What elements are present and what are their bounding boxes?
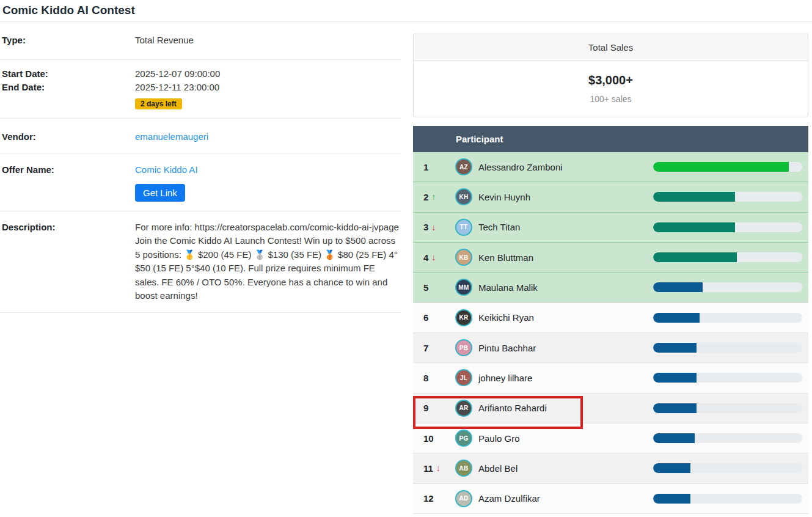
avatar: KR [455, 309, 472, 326]
progress-track [653, 252, 802, 262]
progress-track [653, 343, 802, 353]
description-text: For more info: https://creatorspacelab.c… [135, 221, 401, 302]
participant-name: Arifianto Rahardi [478, 403, 547, 413]
progress-track [653, 403, 802, 413]
type-label: Type: [0, 34, 135, 47]
leaderboard-row-5[interactable]: 5 MM Maulana Malik [413, 273, 808, 302]
avatar: AZ [455, 158, 472, 175]
rank-number: 9 [423, 403, 428, 413]
avatar: PB [455, 339, 472, 356]
get-link-button[interactable]: Get Link [135, 184, 185, 202]
leaderboard-row-6[interactable]: 6 KR Keikichi Ryan [413, 303, 808, 333]
leaderboard-table: Participant 1 AZ Alessandro Zamboni 2 ↑ [413, 126, 808, 514]
rank-cell: 11 ↓ [413, 463, 455, 474]
avatar: AR [455, 400, 472, 417]
rank-number: 10 [423, 433, 434, 444]
participant-name: johney lilhare [478, 373, 532, 383]
participant-name: Keikichi Ryan [478, 312, 534, 323]
vendor-link[interactable]: emanuelemaugeri [135, 131, 208, 142]
detail-row-offer: Offer Name: Comic Kiddo AI Get Link [0, 153, 401, 211]
progress-fill [653, 403, 697, 413]
progress-fill [653, 252, 737, 262]
participant-column-header: Participant [456, 134, 503, 144]
page-header: Comic Kiddo AI Contest [0, 0, 812, 22]
rank-number: 2 [423, 192, 428, 202]
progress-fill [653, 282, 703, 292]
start-date-value: 2025-12-07 09:00:00 [135, 67, 401, 81]
progress-track [653, 282, 802, 292]
rank-cell: 6 [413, 312, 455, 323]
rank-number: 4 [423, 252, 428, 263]
leaderboard-row-9[interactable]: 9 AR Arifianto Rahardi [413, 394, 808, 424]
rank-cell: 10 [413, 433, 455, 444]
contest-stats: Total Sales $3,000+ 100+ sales Participa… [413, 34, 808, 514]
progress-fill [653, 343, 697, 353]
leaderboard-row-3[interactable]: 3 ↓ TT Tech Titan [413, 213, 808, 243]
avatar: KH [455, 188, 472, 205]
progress-fill [653, 433, 695, 443]
detail-row-description: Description: For more info: https://crea… [0, 211, 401, 313]
rank-cell: 4 ↓ [413, 252, 455, 263]
vendor-label: Vendor: [0, 130, 135, 144]
type-value: Total Revenue [135, 34, 401, 47]
avatar: TT [455, 219, 472, 236]
rank-number: 1 [423, 162, 428, 172]
avatar: JL [455, 369, 472, 386]
offer-name-label: Offer Name: [0, 163, 135, 202]
trend-down-icon: ↓ [431, 253, 436, 262]
rank-number: 6 [423, 312, 428, 323]
leaderboard-row-4[interactable]: 4 ↓ KB Ken Bluttman [413, 243, 808, 273]
leaderboard-row-2[interactable]: 2 ↑ KH Kevin Huynh [413, 182, 808, 212]
rank-cell: 12 [413, 493, 455, 504]
participant-name: Maulana Malik [478, 282, 538, 293]
leaderboard-row-12[interactable]: 12 AD Azam Dzulfikar [413, 484, 808, 514]
leaderboard-row-7[interactable]: 7 PB Pintu Bachhar [413, 333, 808, 363]
progress-fill [653, 313, 700, 323]
start-date-label: Start Date: [0, 67, 135, 81]
progress-fill [653, 162, 789, 172]
participant-name: Tech Titan [478, 222, 520, 232]
progress-track [653, 463, 802, 473]
trend-down-icon: ↓ [436, 464, 441, 472]
avatar: AD [455, 490, 472, 507]
leaderboard-row-10[interactable]: 10 PG Paulo Gro [413, 424, 808, 453]
rank-cell: 2 ↑ [413, 192, 455, 202]
total-sales-count: 100+ sales [414, 94, 808, 104]
rank-cell: 1 [413, 162, 455, 172]
leaderboard-row-11[interactable]: 11 ↓ AB Abdel Bel [413, 453, 808, 483]
rank-cell: 8 [413, 373, 455, 383]
progress-track [653, 433, 802, 443]
total-sales-card: Total Sales $3,000+ 100+ sales [413, 34, 808, 117]
leaderboard-header-row: Participant [413, 126, 808, 152]
detail-row-dates: Start Date: 2025-12-07 09:00:00 End Date… [0, 60, 401, 119]
leaderboard-row-8[interactable]: 8 JL johney lilhare [413, 363, 808, 393]
avatar: AB [455, 460, 472, 477]
avatar: PG [455, 430, 472, 447]
participant-name: Abdel Bel [478, 463, 518, 474]
rank-cell: 9 [413, 403, 455, 413]
rank-number: 11 [423, 463, 433, 474]
total-sales-body: $3,000+ 100+ sales [414, 61, 808, 117]
page-title: Comic Kiddo AI Contest [2, 4, 810, 17]
participant-name: Pintu Bachhar [478, 343, 536, 353]
total-sales-amount: $3,000+ [414, 73, 808, 87]
avatar: MM [455, 279, 472, 296]
progress-track [653, 222, 802, 232]
progress-track [653, 373, 802, 383]
participant-name: Azam Dzulfikar [478, 493, 540, 504]
progress-fill [653, 463, 690, 473]
rank-cell: 3 ↓ [413, 222, 455, 232]
participant-name: Alessandro Zamboni [478, 162, 563, 172]
rank-cell: 5 [413, 282, 455, 293]
progress-fill [653, 373, 697, 383]
offer-name-link[interactable]: Comic Kiddo AI [135, 164, 198, 175]
rank-number: 3 [423, 222, 428, 232]
total-sales-header: Total Sales [414, 34, 808, 61]
trend-down-icon: ↓ [431, 223, 436, 232]
rank-number: 12 [423, 493, 434, 504]
progress-track [653, 494, 802, 504]
progress-track [653, 162, 802, 172]
rank-number: 7 [423, 343, 428, 353]
leaderboard-row-1[interactable]: 1 AZ Alessandro Zamboni [413, 152, 808, 182]
rank-number: 8 [423, 373, 428, 383]
